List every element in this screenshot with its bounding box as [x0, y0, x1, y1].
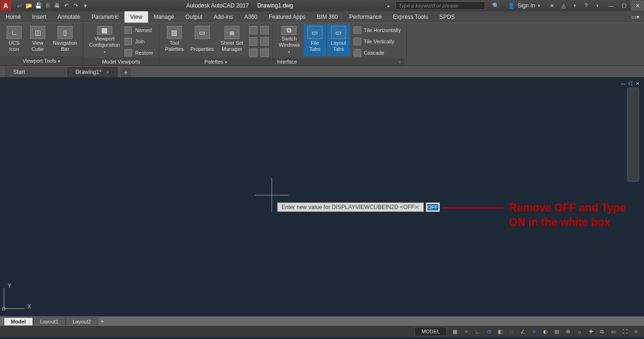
tab-a360[interactable]: A360: [239, 11, 263, 23]
save-icon[interactable]: 💾: [34, 2, 42, 9]
file-tab-start[interactable]: Start: [5, 67, 66, 77]
layout-tab-model[interactable]: Model: [4, 317, 33, 325]
a360-icon[interactable]: ◬: [559, 1, 568, 10]
named-viewports-button[interactable]: Named: [124, 25, 156, 35]
panel-title-viewport-tools[interactable]: Viewport Tools: [23, 58, 60, 64]
ucs-icon-button[interactable]: ∟ UCS Icon: [3, 24, 25, 56]
tile-vertically-button[interactable]: Tile Vertically: [353, 36, 404, 47]
snap-icon[interactable]: ⌗: [462, 327, 471, 336]
restore-viewports-button[interactable]: Restore: [124, 48, 156, 58]
properties-button[interactable]: ▭ Properties: [188, 24, 217, 56]
vp-close-icon[interactable]: ✕: [636, 81, 639, 86]
close-button[interactable]: ✕: [631, 0, 644, 11]
open-icon[interactable]: 📂: [25, 2, 33, 9]
close-tab-icon[interactable]: ×: [106, 69, 109, 75]
tab-output[interactable]: Output: [180, 11, 208, 23]
cleanscreen-icon[interactable]: ⛶: [620, 327, 629, 336]
palette-icon-5[interactable]: [249, 48, 257, 57]
add-layout-button[interactable]: +: [98, 318, 107, 324]
cascade-icon: [354, 49, 361, 56]
tab-manage[interactable]: Manage: [148, 11, 180, 23]
layout-tabs-button[interactable]: ▭ Layout Tabs: [327, 24, 350, 56]
quickprops-icon[interactable]: ▭: [609, 327, 618, 336]
polar-icon[interactable]: ⊙: [485, 327, 493, 336]
tab-addins[interactable]: Add-ins: [208, 11, 239, 23]
minimize-button[interactable]: —: [604, 0, 618, 11]
dynamic-input-field[interactable]: OFF: [426, 202, 440, 212]
ortho-icon[interactable]: ∟: [473, 327, 482, 336]
vp-maximize-icon[interactable]: ☐: [628, 81, 633, 86]
tile-horizontally-button[interactable]: Tile Horizontally: [353, 25, 404, 35]
grid-icon[interactable]: ▦: [451, 327, 459, 336]
tab-annotate[interactable]: Annotate: [52, 11, 86, 23]
navbar-icon: ▯: [58, 26, 73, 39]
file-tab-drawing1[interactable]: Drawing1*×: [67, 67, 118, 77]
join-viewports-button[interactable]: Join: [124, 36, 156, 47]
switch-windows-button[interactable]: ⧉ Switch Windows ▾: [276, 24, 303, 56]
plot-icon[interactable]: 🖶: [53, 2, 61, 9]
new-tab-button[interactable]: +: [121, 68, 131, 77]
saveas-icon[interactable]: ⎘: [44, 2, 51, 9]
navigation-bar[interactable]: [627, 88, 639, 182]
tab-express-tools[interactable]: Express Tools: [387, 11, 433, 23]
transparency-icon[interactable]: ◐: [541, 327, 550, 336]
palette-icon-2[interactable]: [260, 26, 269, 34]
tab-parametric[interactable]: Parametric: [86, 11, 124, 23]
tab-bim360[interactable]: BIM 360: [311, 11, 344, 23]
layout-tabs-icon: ▭: [331, 26, 346, 39]
vp-minimize-icon[interactable]: —: [621, 81, 626, 86]
palette-icon-3[interactable]: [249, 37, 257, 46]
gear-icon[interactable]: ⚙: [564, 327, 572, 336]
workspace-icon[interactable]: ⌕: [575, 327, 584, 336]
redo-icon[interactable]: ↷: [72, 2, 80, 9]
layout-tab-layout2[interactable]: Layout2: [66, 317, 98, 325]
tab-spds[interactable]: SPDS: [434, 11, 461, 23]
tab-insert[interactable]: Insert: [26, 11, 52, 23]
annoscale-icon[interactable]: ▤: [553, 327, 561, 336]
signin-label: Sign In: [518, 2, 535, 9]
status-model-button[interactable]: MODEL: [414, 327, 447, 336]
sheet-set-button[interactable]: ≣ Sheet Set Manager: [218, 24, 246, 56]
signin-button[interactable]: 👤 Sign In ▾: [503, 2, 545, 9]
tab-home[interactable]: Home: [0, 11, 26, 23]
panel-launcher-icon[interactable]: ↘: [397, 59, 401, 64]
annomonitor-icon[interactable]: ✚: [586, 327, 595, 336]
tab-performance[interactable]: Performance: [344, 11, 388, 23]
palette-icon-6[interactable]: [260, 48, 269, 57]
tool-palettes-button[interactable]: ▥ Tool Palettes: [162, 24, 187, 56]
units-icon[interactable]: ⧉: [598, 327, 606, 336]
isoplane-icon[interactable]: ◧: [496, 327, 504, 336]
tab-view[interactable]: View: [124, 11, 148, 23]
ucs-x-label: X: [27, 303, 31, 310]
chevron-down-icon[interactable]: ▾: [570, 1, 579, 10]
navigation-bar-button[interactable]: ▯ Navigation Bar: [50, 24, 80, 56]
maximize-button[interactable]: ☐: [618, 0, 631, 11]
viewport-config-button[interactable]: ▦ Viewport Configuration ▾: [86, 24, 123, 56]
chevron-down-icon[interactable]: ▾: [593, 1, 602, 10]
undo-icon[interactable]: ↶: [63, 2, 70, 9]
infocenter-search[interactable]: Type a keyword or phrase: [396, 1, 485, 10]
ribbon-options-icon[interactable]: ▭▾: [631, 14, 639, 20]
customize-icon[interactable]: ≡: [632, 327, 640, 336]
help-icon[interactable]: ?: [582, 1, 590, 10]
drawing-canvas[interactable]: — ☐ ✕ Enter new value for DISPLAYVIEWCUB…: [0, 77, 644, 316]
file-tabs-button[interactable]: ▭ File Tabs: [304, 24, 326, 56]
tab-featured-apps[interactable]: Featured Apps: [263, 11, 311, 23]
osnap-icon[interactable]: □: [507, 327, 516, 336]
palette-icon-1[interactable]: [249, 26, 257, 34]
search-submit-icon[interactable]: 🔍: [492, 1, 500, 10]
cascade-button[interactable]: Cascade: [353, 48, 404, 58]
layout-tab-layout1[interactable]: Layout1: [33, 317, 66, 325]
exchange-icon[interactable]: ✕: [548, 1, 556, 10]
view-cube-button[interactable]: ◫ View Cube: [26, 24, 49, 56]
otrack-icon[interactable]: ∠: [519, 327, 527, 336]
panel-title-palettes[interactable]: Palettes: [205, 59, 228, 65]
app-menu-button[interactable]: A: [0, 0, 11, 11]
palette-icon-4[interactable]: [260, 37, 269, 46]
join-icon: [124, 38, 132, 45]
qat-dropdown-icon[interactable]: ▾: [82, 2, 89, 9]
search-placeholder: Type a keyword or phrase: [399, 3, 458, 8]
panel-title-interface: Interface: [277, 59, 297, 65]
new-icon[interactable]: ▱: [16, 2, 23, 9]
lineweight-icon[interactable]: ≡: [530, 327, 538, 336]
